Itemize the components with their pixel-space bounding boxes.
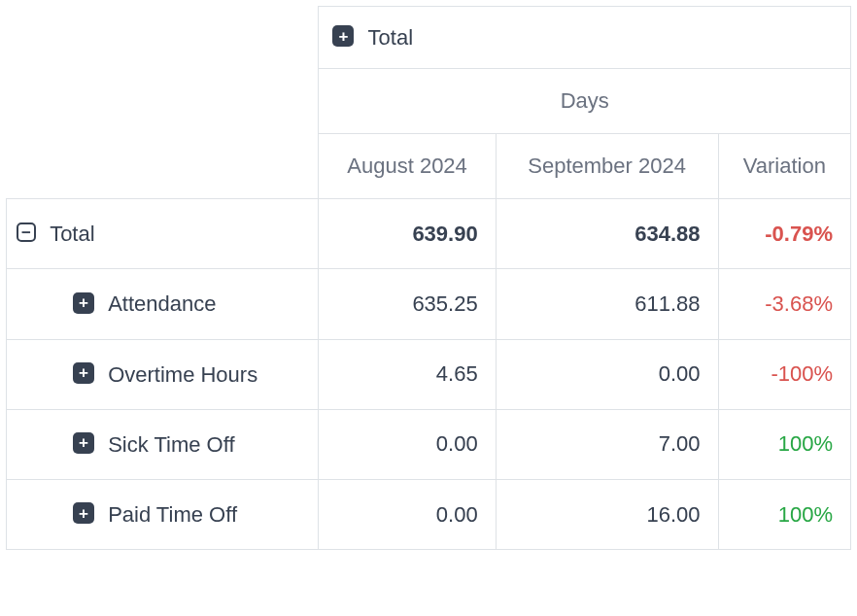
- cell-value: 0.00: [496, 339, 718, 409]
- row-label: Sick Time Off: [108, 432, 234, 457]
- cell-value: 635.25: [319, 269, 496, 339]
- cell-value: 611.88: [496, 269, 718, 339]
- cell-variation: -0.79%: [718, 199, 850, 269]
- pivot-table: + Total Days August 2024 September 2024 …: [6, 6, 851, 550]
- col-group-total[interactable]: + Total: [319, 7, 851, 69]
- row-header-pto[interactable]: + Paid Time Off: [7, 479, 319, 549]
- cell-value: 4.65: [319, 339, 496, 409]
- table-row: + Attendance 635.25 611.88 -3.68%: [7, 269, 851, 339]
- cell-value: 639.90: [319, 199, 496, 269]
- plus-icon[interactable]: +: [73, 292, 94, 314]
- row-label: Attendance: [108, 292, 216, 317]
- table-row: + Paid Time Off 0.00 16.00 100%: [7, 479, 851, 549]
- table-row: + Overtime Hours 4.65 0.00 -100%: [7, 339, 851, 409]
- cell-value: 7.00: [496, 409, 718, 479]
- minus-icon[interactable]: −: [17, 222, 36, 242]
- cell-variation: 100%: [718, 479, 850, 549]
- col-header-aug[interactable]: August 2024: [319, 134, 496, 199]
- row-label: Total: [50, 222, 94, 246]
- col-header-variation[interactable]: Variation: [718, 134, 850, 199]
- cell-value: 0.00: [319, 409, 496, 479]
- cell-value: 634.88: [496, 199, 718, 269]
- plus-icon[interactable]: +: [73, 502, 94, 524]
- plus-icon[interactable]: +: [73, 362, 94, 384]
- table-row: − Total 639.90 634.88 -0.79%: [7, 199, 851, 269]
- corner-spacer: [7, 7, 319, 199]
- row-header-sick[interactable]: + Sick Time Off: [7, 409, 319, 479]
- row-header-attendance[interactable]: + Attendance: [7, 269, 319, 339]
- plus-icon[interactable]: +: [332, 25, 354, 47]
- row-header-total[interactable]: − Total: [7, 199, 319, 269]
- col-header-sep[interactable]: September 2024: [496, 134, 718, 199]
- col-group-days: Days: [319, 69, 851, 134]
- cell-value: 16.00: [496, 479, 718, 549]
- cell-variation: -3.68%: [718, 269, 850, 339]
- cell-variation: 100%: [718, 409, 850, 479]
- cell-variation: -100%: [718, 339, 850, 409]
- cell-value: 0.00: [319, 479, 496, 549]
- plus-icon[interactable]: +: [73, 432, 94, 454]
- col-group-label: Total: [368, 25, 413, 50]
- row-label: Paid Time Off: [108, 502, 237, 527]
- row-label: Overtime Hours: [108, 362, 257, 387]
- row-header-overtime[interactable]: + Overtime Hours: [7, 339, 319, 409]
- table-row: + Sick Time Off 0.00 7.00 100%: [7, 409, 851, 479]
